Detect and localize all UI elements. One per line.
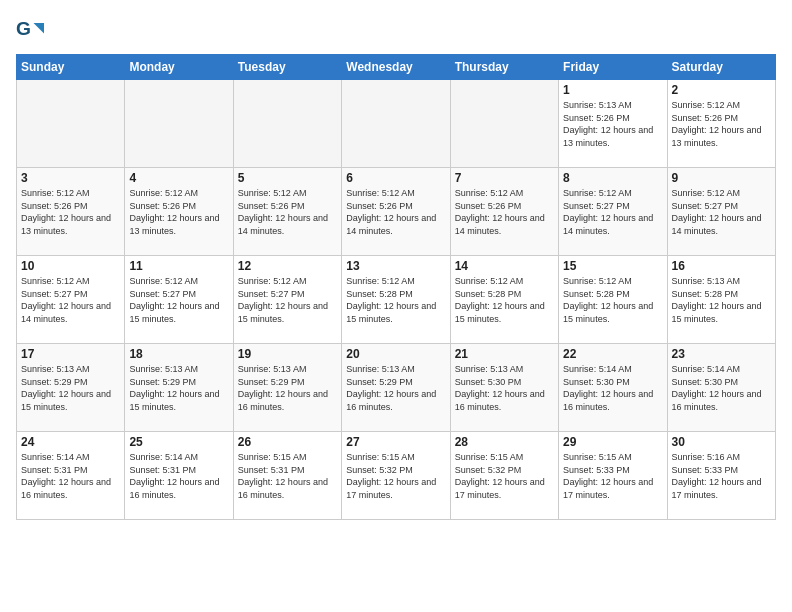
day-info: Sunrise: 5:12 AM Sunset: 5:26 PM Dayligh… bbox=[21, 187, 120, 237]
weekday-header: Saturday bbox=[667, 55, 775, 80]
calendar-day-cell: 24 Sunrise: 5:14 AM Sunset: 5:31 PM Dayl… bbox=[17, 432, 125, 520]
calendar-week-row: 24 Sunrise: 5:14 AM Sunset: 5:31 PM Dayl… bbox=[17, 432, 776, 520]
calendar-day-cell: 18 Sunrise: 5:13 AM Sunset: 5:29 PM Dayl… bbox=[125, 344, 233, 432]
weekday-header: Tuesday bbox=[233, 55, 341, 80]
calendar-day-cell: 21 Sunrise: 5:13 AM Sunset: 5:30 PM Dayl… bbox=[450, 344, 558, 432]
calendar-day-cell: 1 Sunrise: 5:13 AM Sunset: 5:26 PM Dayli… bbox=[559, 80, 667, 168]
weekday-header: Monday bbox=[125, 55, 233, 80]
day-number: 8 bbox=[563, 171, 662, 185]
day-number: 5 bbox=[238, 171, 337, 185]
day-info: Sunrise: 5:12 AM Sunset: 5:28 PM Dayligh… bbox=[563, 275, 662, 325]
calendar-day-cell: 4 Sunrise: 5:12 AM Sunset: 5:26 PM Dayli… bbox=[125, 168, 233, 256]
day-info: Sunrise: 5:12 AM Sunset: 5:27 PM Dayligh… bbox=[563, 187, 662, 237]
calendar-day-cell: 7 Sunrise: 5:12 AM Sunset: 5:26 PM Dayli… bbox=[450, 168, 558, 256]
calendar-day-cell: 28 Sunrise: 5:15 AM Sunset: 5:32 PM Dayl… bbox=[450, 432, 558, 520]
day-info: Sunrise: 5:15 AM Sunset: 5:33 PM Dayligh… bbox=[563, 451, 662, 501]
day-number: 18 bbox=[129, 347, 228, 361]
day-info: Sunrise: 5:13 AM Sunset: 5:30 PM Dayligh… bbox=[455, 363, 554, 413]
calendar-day-cell bbox=[17, 80, 125, 168]
calendar-day-cell: 22 Sunrise: 5:14 AM Sunset: 5:30 PM Dayl… bbox=[559, 344, 667, 432]
day-info: Sunrise: 5:13 AM Sunset: 5:26 PM Dayligh… bbox=[563, 99, 662, 149]
day-number: 3 bbox=[21, 171, 120, 185]
day-number: 10 bbox=[21, 259, 120, 273]
day-number: 30 bbox=[672, 435, 771, 449]
day-info: Sunrise: 5:12 AM Sunset: 5:27 PM Dayligh… bbox=[238, 275, 337, 325]
calendar-day-cell: 5 Sunrise: 5:12 AM Sunset: 5:26 PM Dayli… bbox=[233, 168, 341, 256]
calendar-day-cell: 2 Sunrise: 5:12 AM Sunset: 5:26 PM Dayli… bbox=[667, 80, 775, 168]
weekday-header: Wednesday bbox=[342, 55, 450, 80]
day-info: Sunrise: 5:12 AM Sunset: 5:27 PM Dayligh… bbox=[672, 187, 771, 237]
day-info: Sunrise: 5:12 AM Sunset: 5:27 PM Dayligh… bbox=[129, 275, 228, 325]
calendar-day-cell: 17 Sunrise: 5:13 AM Sunset: 5:29 PM Dayl… bbox=[17, 344, 125, 432]
day-number: 22 bbox=[563, 347, 662, 361]
day-number: 2 bbox=[672, 83, 771, 97]
calendar-table: SundayMondayTuesdayWednesdayThursdayFrid… bbox=[16, 54, 776, 520]
calendar-day-cell bbox=[125, 80, 233, 168]
weekday-header: Friday bbox=[559, 55, 667, 80]
day-info: Sunrise: 5:12 AM Sunset: 5:28 PM Dayligh… bbox=[346, 275, 445, 325]
page-header: G bbox=[16, 16, 776, 44]
logo-icon: G bbox=[16, 16, 44, 44]
calendar-day-cell: 6 Sunrise: 5:12 AM Sunset: 5:26 PM Dayli… bbox=[342, 168, 450, 256]
calendar-day-cell: 11 Sunrise: 5:12 AM Sunset: 5:27 PM Dayl… bbox=[125, 256, 233, 344]
calendar-day-cell: 25 Sunrise: 5:14 AM Sunset: 5:31 PM Dayl… bbox=[125, 432, 233, 520]
calendar-week-row: 10 Sunrise: 5:12 AM Sunset: 5:27 PM Dayl… bbox=[17, 256, 776, 344]
day-number: 7 bbox=[455, 171, 554, 185]
day-info: Sunrise: 5:12 AM Sunset: 5:26 PM Dayligh… bbox=[672, 99, 771, 149]
day-number: 29 bbox=[563, 435, 662, 449]
day-info: Sunrise: 5:15 AM Sunset: 5:31 PM Dayligh… bbox=[238, 451, 337, 501]
calendar-day-cell: 29 Sunrise: 5:15 AM Sunset: 5:33 PM Dayl… bbox=[559, 432, 667, 520]
day-number: 26 bbox=[238, 435, 337, 449]
day-number: 23 bbox=[672, 347, 771, 361]
svg-marker-1 bbox=[34, 23, 45, 34]
svg-text:G: G bbox=[16, 18, 31, 39]
calendar-day-cell: 8 Sunrise: 5:12 AM Sunset: 5:27 PM Dayli… bbox=[559, 168, 667, 256]
day-info: Sunrise: 5:15 AM Sunset: 5:32 PM Dayligh… bbox=[346, 451, 445, 501]
day-number: 9 bbox=[672, 171, 771, 185]
day-info: Sunrise: 5:13 AM Sunset: 5:29 PM Dayligh… bbox=[346, 363, 445, 413]
day-number: 4 bbox=[129, 171, 228, 185]
day-info: Sunrise: 5:12 AM Sunset: 5:26 PM Dayligh… bbox=[238, 187, 337, 237]
day-number: 19 bbox=[238, 347, 337, 361]
calendar-week-row: 1 Sunrise: 5:13 AM Sunset: 5:26 PM Dayli… bbox=[17, 80, 776, 168]
calendar-week-row: 17 Sunrise: 5:13 AM Sunset: 5:29 PM Dayl… bbox=[17, 344, 776, 432]
day-info: Sunrise: 5:12 AM Sunset: 5:26 PM Dayligh… bbox=[129, 187, 228, 237]
calendar-day-cell bbox=[233, 80, 341, 168]
day-info: Sunrise: 5:13 AM Sunset: 5:29 PM Dayligh… bbox=[238, 363, 337, 413]
day-info: Sunrise: 5:13 AM Sunset: 5:28 PM Dayligh… bbox=[672, 275, 771, 325]
calendar-day-cell: 9 Sunrise: 5:12 AM Sunset: 5:27 PM Dayli… bbox=[667, 168, 775, 256]
calendar-day-cell: 13 Sunrise: 5:12 AM Sunset: 5:28 PM Dayl… bbox=[342, 256, 450, 344]
day-info: Sunrise: 5:13 AM Sunset: 5:29 PM Dayligh… bbox=[21, 363, 120, 413]
day-info: Sunrise: 5:15 AM Sunset: 5:32 PM Dayligh… bbox=[455, 451, 554, 501]
day-number: 28 bbox=[455, 435, 554, 449]
calendar-day-cell: 12 Sunrise: 5:12 AM Sunset: 5:27 PM Dayl… bbox=[233, 256, 341, 344]
day-number: 25 bbox=[129, 435, 228, 449]
calendar-day-cell: 19 Sunrise: 5:13 AM Sunset: 5:29 PM Dayl… bbox=[233, 344, 341, 432]
day-info: Sunrise: 5:16 AM Sunset: 5:33 PM Dayligh… bbox=[672, 451, 771, 501]
calendar-week-row: 3 Sunrise: 5:12 AM Sunset: 5:26 PM Dayli… bbox=[17, 168, 776, 256]
day-info: Sunrise: 5:14 AM Sunset: 5:31 PM Dayligh… bbox=[129, 451, 228, 501]
calendar-day-cell: 14 Sunrise: 5:12 AM Sunset: 5:28 PM Dayl… bbox=[450, 256, 558, 344]
day-number: 13 bbox=[346, 259, 445, 273]
day-number: 21 bbox=[455, 347, 554, 361]
calendar-day-cell: 27 Sunrise: 5:15 AM Sunset: 5:32 PM Dayl… bbox=[342, 432, 450, 520]
calendar-day-cell: 3 Sunrise: 5:12 AM Sunset: 5:26 PM Dayli… bbox=[17, 168, 125, 256]
logo: G bbox=[16, 16, 48, 44]
calendar-day-cell bbox=[450, 80, 558, 168]
day-info: Sunrise: 5:14 AM Sunset: 5:31 PM Dayligh… bbox=[21, 451, 120, 501]
calendar-day-cell: 20 Sunrise: 5:13 AM Sunset: 5:29 PM Dayl… bbox=[342, 344, 450, 432]
day-number: 1 bbox=[563, 83, 662, 97]
day-number: 15 bbox=[563, 259, 662, 273]
day-number: 24 bbox=[21, 435, 120, 449]
calendar-day-cell: 26 Sunrise: 5:15 AM Sunset: 5:31 PM Dayl… bbox=[233, 432, 341, 520]
day-info: Sunrise: 5:12 AM Sunset: 5:26 PM Dayligh… bbox=[346, 187, 445, 237]
day-number: 17 bbox=[21, 347, 120, 361]
day-info: Sunrise: 5:14 AM Sunset: 5:30 PM Dayligh… bbox=[563, 363, 662, 413]
weekday-header: Thursday bbox=[450, 55, 558, 80]
day-number: 6 bbox=[346, 171, 445, 185]
day-number: 11 bbox=[129, 259, 228, 273]
day-info: Sunrise: 5:12 AM Sunset: 5:26 PM Dayligh… bbox=[455, 187, 554, 237]
day-number: 14 bbox=[455, 259, 554, 273]
day-number: 16 bbox=[672, 259, 771, 273]
day-number: 20 bbox=[346, 347, 445, 361]
